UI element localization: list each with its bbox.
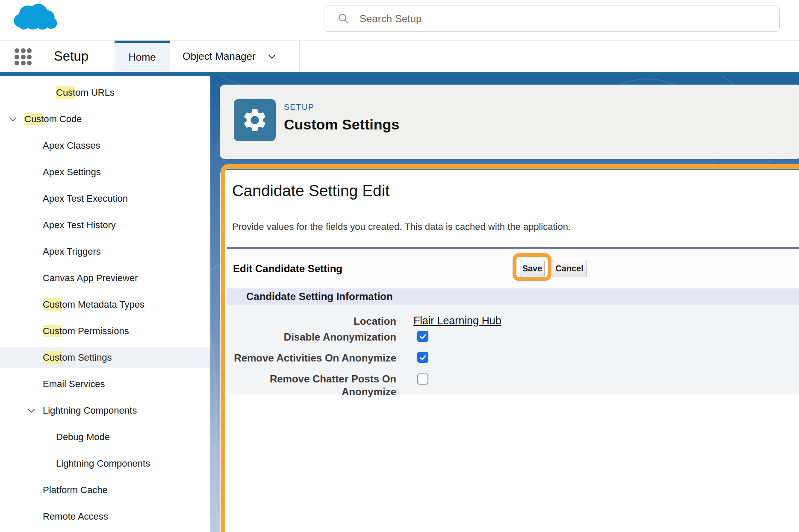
- workspace: Custom URLsCustom CodeApex ClassesApex S…: [0, 76, 799, 532]
- chevron-down-icon: [267, 51, 277, 62]
- sidebar-item-label: Custom Permissions: [43, 326, 129, 337]
- sidebar-item-remote-access[interactable]: Remote Access: [0, 506, 210, 527]
- sidebar-item-lightning-components[interactable]: Lightning Components: [0, 400, 210, 421]
- sidebar-item-email-services[interactable]: Email Services: [0, 374, 210, 394]
- remove-chatter-posts-on-anonymize-label: Remove Chatter Posts On Anonymize: [227, 373, 396, 398]
- sidebar-item-custom-permissions[interactable]: Custom Permissions: [0, 321, 210, 341]
- sidebar-item-platform-cache[interactable]: Platform Cache: [0, 480, 210, 500]
- page-title: Custom Settings: [284, 116, 399, 133]
- search-icon: [338, 13, 349, 24]
- page-eyebrow: SETUP: [284, 103, 314, 112]
- sidebar-item-label: Custom Settings: [43, 352, 112, 363]
- brand-underline: [0, 72, 799, 76]
- salesforce-setup-page: Setup Home Object Manager: [0, 0, 799, 532]
- sidebar-item-apex-triggers[interactable]: Apex Triggers: [0, 241, 210, 262]
- remove-activities-on-anonymize-checkbox[interactable]: [417, 352, 428, 363]
- sidebar-item-label: Apex Settings: [43, 167, 101, 178]
- location-label: Location: [227, 315, 396, 328]
- nav-divider: [299, 41, 300, 72]
- tab-home-label: Home: [128, 51, 156, 63]
- app-launcher-icon[interactable]: [15, 48, 34, 65]
- edit-page-description: Provide values for the fields you create…: [232, 220, 571, 233]
- section-header-bar: Edit Candidate Setting Save Cancel: [227, 249, 799, 288]
- setup-gear-tile: [234, 99, 276, 141]
- remove-activities-on-anonymize-label: Remove Activities On Anonymize: [227, 352, 396, 364]
- remove-chatter-posts-on-anonymize-checkbox[interactable]: [417, 373, 428, 385]
- sidebar-item-label: Apex Triggers: [43, 246, 101, 257]
- sidebar-item-custom-code[interactable]: Custom Code: [0, 109, 210, 129]
- search-match-highlight: Cust: [56, 86, 75, 99]
- sidebar-item-apex-settings[interactable]: Apex Settings: [0, 162, 210, 182]
- sidebar-item-canvas-app-previewer[interactable]: Canvas App Previewer: [0, 268, 210, 288]
- info-section-title: Candidate Setting Information: [246, 288, 393, 305]
- sidebar-item-label: Debug Mode: [56, 432, 110, 443]
- search-input[interactable]: [359, 12, 726, 25]
- disable-anonymization-checkbox[interactable]: [417, 331, 428, 342]
- tab-home[interactable]: Home: [115, 41, 170, 72]
- search-match-highlight: Cust: [43, 298, 62, 311]
- sidebar-item-debug-mode[interactable]: Debug Mode: [0, 427, 210, 447]
- sidebar-item-custom-settings[interactable]: Custom Settings: [0, 347, 210, 368]
- main-content-card: Candidate Setting Edit Provide values fo…: [220, 170, 799, 532]
- app-name: Setup: [54, 41, 88, 72]
- sidebar-item-label: Platform Cache: [43, 485, 108, 496]
- cancel-button[interactable]: Cancel: [552, 260, 587, 277]
- sidebar-item-apex-test-history[interactable]: Apex Test History: [0, 215, 210, 235]
- sidebar-item-label: Custom Metadata Types: [43, 299, 144, 310]
- gear-icon: [241, 106, 268, 134]
- sidebar-item-label: Lightning Components: [43, 405, 137, 416]
- sidebar-item-apex-test-execution[interactable]: Apex Test Execution: [0, 188, 210, 209]
- setup-nav-tree: Custom URLsCustom CodeApex ClassesApex S…: [0, 76, 210, 532]
- search-match-highlight: Cust: [43, 351, 62, 364]
- save-button[interactable]: Save: [520, 260, 545, 277]
- chevron-down-icon[interactable]: [26, 406, 36, 416]
- disable-anonymization-label: Disable Anonymization: [227, 331, 396, 344]
- search-match-highlight: Cust: [43, 325, 62, 337]
- sidebar-item-label: Apex Classes: [43, 140, 100, 151]
- sidebar-item-label: Apex Test Execution: [43, 193, 128, 204]
- chevron-down-icon[interactable]: [8, 114, 18, 124]
- sidebar-item-custom-metadata-types[interactable]: Custom Metadata Types: [0, 294, 210, 315]
- sidebar-item-lightning-components[interactable]: Lightning Components: [0, 453, 210, 474]
- edit-page-title: Candidate Setting Edit: [232, 181, 389, 201]
- global-header: [0, 0, 799, 41]
- tab-object-manager[interactable]: Object Manager: [170, 41, 298, 72]
- setup-search[interactable]: [324, 6, 780, 32]
- sidebar-item-custom-urls[interactable]: Custom URLs: [0, 82, 210, 103]
- salesforce-logo: [10, 3, 59, 31]
- sidebar-item-label: Lightning Components: [56, 458, 150, 469]
- info-section-bar: Candidate Setting Information: [227, 288, 799, 305]
- sidebar-item-apex-classes[interactable]: Apex Classes: [0, 135, 210, 156]
- sidebar-item-label: Custom Code: [24, 114, 82, 125]
- search-match-highlight: Cust: [24, 113, 44, 125]
- sidebar-item-label: Apex Test History: [43, 220, 116, 231]
- section-header-title: Edit Candidate Setting: [233, 249, 342, 288]
- sidebar-item-label: Custom URLs: [56, 87, 115, 98]
- sidebar-item-label: Canvas App Previewer: [43, 273, 138, 284]
- sidebar-item-label: Remote Access: [43, 511, 108, 522]
- tab-object-manager-label: Object Manager: [183, 50, 256, 62]
- sidebar-item-label: Email Services: [43, 379, 105, 390]
- page-header-card: SETUP Custom Settings: [220, 85, 799, 159]
- edit-section: Edit Candidate Setting Save Cancel Candi…: [227, 247, 799, 394]
- setup-nav-bar: Setup Home Object Manager: [0, 41, 799, 72]
- location-value-link[interactable]: Flair Learning Hub: [413, 314, 501, 327]
- form-rows: LocationFlair Learning HubDisable Anonym…: [227, 305, 799, 394]
